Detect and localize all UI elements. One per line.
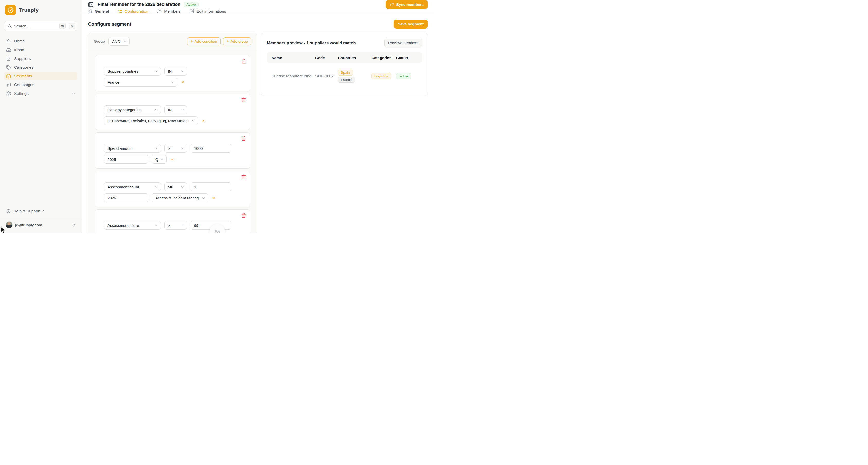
field-select[interactable]: Spend amount	[104, 144, 161, 153]
condition-card: Assessment score >	[95, 209, 250, 232]
field-select[interactable]: Has any categories	[104, 105, 161, 114]
members-preview-title: Members preview - 1 suppliers would matc…	[267, 41, 356, 45]
trusply-shield-icon	[5, 5, 16, 15]
preview-members-button[interactable]: Preview members	[384, 38, 422, 47]
kbd-k: K	[69, 23, 75, 29]
chevron-down-icon	[154, 108, 158, 112]
refresh-icon	[390, 3, 394, 7]
sidebar-nav: Home Inbox Suppliers Categories Segments…	[4, 37, 78, 98]
edit-icon	[189, 9, 194, 13]
remove-value-button[interactable]: ✕	[201, 119, 206, 123]
search-input[interactable]: Search... ⌘ K	[4, 21, 78, 31]
topbar: Final reminder for the 2026 declaration …	[82, 0, 434, 9]
sidebar: Trusply Search... ⌘ K Home Inbox Supplie…	[0, 0, 82, 232]
sidebar-item-categories[interactable]: Categories	[4, 63, 78, 71]
remove-value-button[interactable]: ✕	[212, 196, 216, 200]
column-header-code: Code	[315, 56, 338, 60]
operator-select[interactable]: >=	[164, 182, 187, 191]
sidebar-item-inbox[interactable]: Inbox	[4, 46, 78, 54]
add-group-label: Add group	[230, 39, 248, 43]
operator-select[interactable]: IN	[164, 67, 187, 75]
layers-icon	[6, 74, 11, 78]
chevron-down-icon	[71, 92, 75, 96]
mountain-icon	[213, 229, 221, 232]
column-header-name: Name	[272, 56, 315, 60]
sidebar-item-label: Settings	[14, 91, 29, 96]
remove-value-button[interactable]: ✕	[181, 80, 185, 85]
sidebar-item-settings[interactable]: Settings	[4, 90, 78, 98]
add-condition-label: Add condition	[195, 39, 217, 43]
delete-condition-button[interactable]	[241, 213, 246, 218]
cell-name: Sunrise Manufacturing	[272, 74, 315, 78]
delete-condition-button[interactable]	[241, 59, 246, 64]
cell-status: active	[396, 74, 417, 78]
year-input[interactable]	[104, 194, 148, 202]
tab-members[interactable]: Members	[157, 9, 181, 14]
condition-card: Has any categories IN IT Har	[95, 94, 250, 130]
sidebar-item-segments[interactable]: Segments	[4, 72, 78, 80]
save-segment-button[interactable]: Save segment	[394, 20, 428, 29]
tab-general[interactable]: General	[88, 9, 109, 14]
home-icon	[6, 39, 11, 44]
chevrons-up-down-icon	[72, 223, 76, 227]
group-operator-value: AND	[112, 39, 121, 44]
plus-icon: +	[226, 39, 229, 43]
add-group-button[interactable]: + Add group	[223, 37, 251, 45]
app-name: Trusply	[19, 7, 38, 13]
sliders-icon	[118, 9, 122, 13]
column-header-countries: Countries	[338, 56, 371, 60]
status-badge: Active	[184, 2, 199, 7]
chevron-down-icon	[202, 196, 206, 200]
delete-condition-button[interactable]	[241, 174, 246, 179]
user-menu[interactable]: jc@trusply.com	[4, 221, 78, 229]
table-header: Name Code Countries Categories Status	[267, 53, 422, 63]
field-select[interactable]: Assessment score	[104, 221, 161, 230]
section-title: Configure segment	[88, 21, 131, 27]
country-chip: France	[338, 77, 355, 83]
sidebar-item-label: Categories	[14, 65, 33, 70]
help-support-link[interactable]: Help & Support ↗	[4, 206, 78, 216]
chevron-down-icon	[160, 158, 164, 161]
country-chip: Spain	[338, 70, 353, 75]
sync-members-button[interactable]: Sync members	[386, 0, 428, 9]
main-area: Final reminder for the 2026 declaration …	[82, 0, 434, 232]
cell-categories: Logistics	[371, 74, 396, 78]
quarter-select[interactable]: Q1	[152, 155, 166, 164]
sidebar-item-suppliers[interactable]: Suppliers	[4, 55, 78, 63]
group-operator-select[interactable]: AND	[108, 37, 130, 46]
building-icon	[6, 56, 11, 61]
value-select[interactable]: France	[104, 78, 177, 87]
operator-select[interactable]: >=	[164, 144, 187, 153]
add-condition-button[interactable]: + Add condition	[187, 37, 221, 45]
tab-edit-informations[interactable]: Edit informations	[189, 9, 226, 14]
amount-input[interactable]	[190, 144, 231, 153]
help-support-label: Help & Support	[13, 209, 40, 213]
group-label: Group	[94, 39, 105, 44]
tab-configuration[interactable]: Configuration	[118, 9, 148, 14]
user-email: jc@trusply.com	[15, 223, 69, 227]
value-select[interactable]: IT Hardware, Logistics, Packaging, Raw M…	[104, 117, 198, 125]
chevron-down-icon	[154, 146, 158, 150]
condition-card: Spend amount >=	[95, 132, 250, 169]
app-window: Trusply Search... ⌘ K Home Inbox Supplie…	[0, 0, 434, 232]
members-preview-panel: Members preview - 1 suppliers would matc…	[261, 33, 428, 96]
external-link-icon: ↗	[42, 209, 44, 213]
operator-select[interactable]: >	[164, 221, 187, 230]
field-select[interactable]: Assessment count	[104, 182, 161, 191]
chevron-down-icon	[191, 119, 195, 123]
remove-value-button[interactable]: ✕	[170, 157, 174, 162]
collapse-sidebar-button[interactable]	[88, 2, 94, 7]
delete-condition-button[interactable]	[241, 136, 246, 141]
table-row[interactable]: Sunrise Manufacturing SUP-0002 Spain Fra…	[267, 63, 422, 90]
value-select[interactable]: Access & Incident Manag...	[152, 194, 208, 202]
field-select[interactable]: Supplier countries	[104, 67, 161, 75]
logo: Trusply	[4, 5, 78, 15]
tab-label: General	[95, 9, 109, 13]
sidebar-item-campaigns[interactable]: Campaigns	[4, 81, 78, 89]
count-input[interactable]	[190, 182, 231, 191]
operator-select[interactable]: IN	[164, 105, 187, 114]
sidebar-item-home[interactable]: Home	[4, 37, 78, 45]
year-input[interactable]	[104, 155, 148, 164]
tab-label: Configuration	[125, 9, 148, 13]
delete-condition-button[interactable]	[241, 97, 246, 102]
